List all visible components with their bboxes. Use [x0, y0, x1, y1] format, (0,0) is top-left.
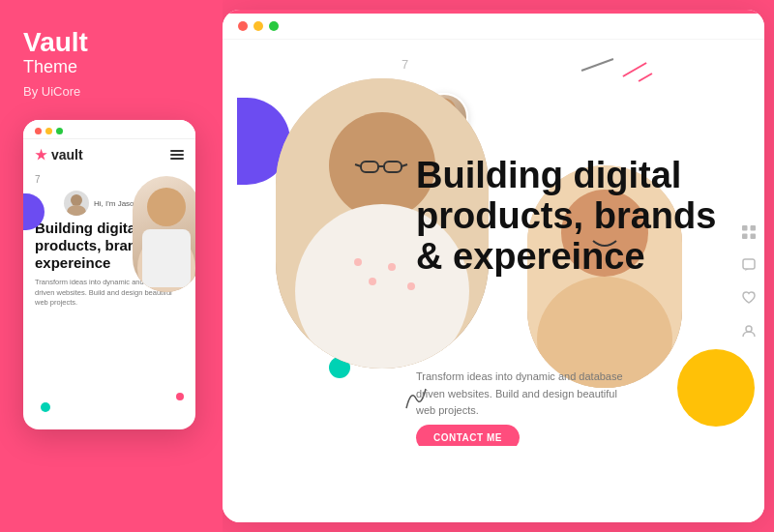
mobile-logo: ★ vault	[35, 147, 83, 163]
mobile-pink-dot	[176, 393, 184, 400]
svg-point-29	[746, 326, 752, 332]
mobile-logo-text: vault	[51, 147, 83, 163]
hero-section: 7 Hi, I'm Jason	[223, 40, 764, 446]
heart-icon[interactable]	[739, 288, 759, 308]
hero-cta-button[interactable]: CONTACT ME	[416, 425, 520, 446]
byline: By UiCore	[23, 84, 80, 99]
mobile-content: 7 Hi, I'm Jason Building digital product…	[23, 166, 195, 429]
desktop-dot-yellow	[253, 21, 263, 31]
hero-subtext: Transform ideas into dynamic and databas…	[416, 369, 629, 420]
mobile-dot-red	[35, 128, 42, 134]
svg-point-0	[71, 194, 82, 206]
mobile-hamburger-icon	[170, 150, 184, 160]
svg-point-1	[67, 205, 86, 216]
mobile-preview-card: ★ vault 7 Hi, I'm Jason Building digital…	[23, 120, 195, 429]
hero-number: 7	[402, 57, 408, 72]
hero-line-1	[622, 62, 646, 77]
user-icon[interactable]	[739, 321, 759, 340]
svg-point-13	[369, 278, 376, 285]
mobile-photo	[133, 176, 195, 292]
hero-line-2	[639, 73, 653, 82]
grid-icon[interactable]	[739, 222, 759, 242]
mobile-hi-text: Hi, I'm Jason	[94, 199, 138, 208]
hero-heading: Building digital products, brands & expe…	[416, 156, 745, 277]
star-icon: ★	[35, 147, 47, 163]
mobile-nav: ★ vault	[23, 139, 195, 166]
mobile-dot-green	[56, 128, 63, 134]
brand-subtitle: Theme	[23, 56, 88, 78]
mobile-avatar	[64, 191, 89, 216]
svg-point-14	[388, 263, 396, 271]
desktop-preview: 7 Hi, I'm Jason	[223, 10, 764, 522]
svg-rect-24	[742, 225, 748, 231]
sidebar: Vault Theme By UiCore ★ vault 7	[0, 0, 223, 532]
hero-yellow-circle	[677, 349, 755, 427]
desktop-dot-green	[269, 21, 279, 31]
chat-icon[interactable]	[739, 255, 759, 275]
svg-rect-27	[751, 233, 757, 239]
mobile-dot-yellow	[45, 128, 52, 134]
brand-block: Vault Theme	[23, 29, 88, 78]
svg-rect-26	[742, 233, 748, 239]
svg-rect-25	[751, 225, 757, 231]
hero-dash	[581, 58, 614, 72]
desktop-topbar	[223, 14, 764, 40]
mobile-topbar	[23, 120, 195, 139]
desktop-site: 7 Hi, I'm Jason	[223, 40, 764, 522]
svg-rect-4	[142, 229, 191, 287]
svg-rect-28	[743, 259, 755, 269]
right-icons-panel	[733, 211, 764, 352]
svg-point-15	[407, 282, 415, 290]
mobile-teal-dot	[41, 402, 50, 412]
mobile-dots	[35, 128, 63, 134]
brand-title: Vault	[23, 29, 88, 56]
svg-point-12	[354, 258, 362, 266]
desktop-dot-red	[238, 21, 248, 31]
svg-point-2	[147, 188, 186, 226]
